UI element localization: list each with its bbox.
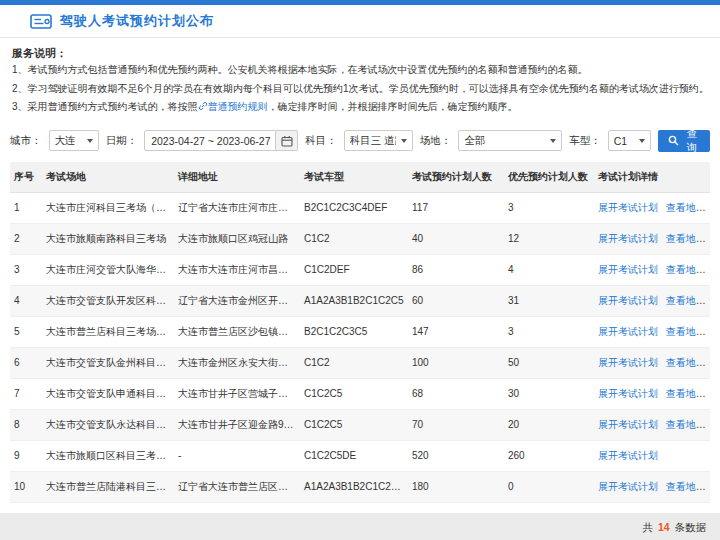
car-type-cell: C1C2C5DE bbox=[300, 440, 408, 471]
expand-exam-plan-link[interactable]: 展开考试计划 bbox=[598, 450, 658, 461]
venue-cell: 大连市普兰店科目三考场（三... bbox=[42, 316, 174, 347]
view-map-link[interactable]: 查看地图 bbox=[666, 419, 706, 430]
address-cell: 辽宁省大连市庄河市庄打路38号 bbox=[174, 192, 300, 223]
col-header-priority-count: 优先预约计划人数 bbox=[504, 162, 594, 193]
view-map-link[interactable]: 查看地图 bbox=[666, 326, 706, 337]
venue-cell: 大连市交管支队申通科目三考... bbox=[42, 378, 174, 409]
exam-plan-icon bbox=[30, 13, 52, 30]
city-label: 城市： bbox=[10, 134, 42, 148]
plan-count-cell: 68 bbox=[408, 378, 504, 409]
plan-count-cell: 40 bbox=[408, 223, 504, 254]
row-index: 4 bbox=[10, 285, 42, 316]
plan-count-cell: 86 bbox=[408, 254, 504, 285]
plan-count-cell: 180 bbox=[408, 471, 504, 502]
car-type-select[interactable]: C1 bbox=[608, 130, 651, 151]
venue-cell: 大连市交管支队永达科目三考... bbox=[42, 409, 174, 440]
priority-count-cell: 260 bbox=[504, 440, 594, 471]
table-row: 1 大连市庄河科目三考场（多伦） 辽宁省大连市庄河市庄打路38号 B2C1C2C… bbox=[10, 192, 710, 223]
page-title: 驾驶人考试预约计划公布 bbox=[60, 12, 214, 30]
priority-count-cell: 20 bbox=[504, 409, 594, 440]
car-type-cell: A1A2A3B1B2C1C2C... bbox=[300, 471, 408, 502]
expand-exam-plan-link[interactable]: 展开考试计划 bbox=[598, 481, 658, 492]
expand-exam-plan-link[interactable]: 展开考试计划 bbox=[598, 326, 658, 337]
total-count: 14 bbox=[656, 521, 672, 533]
plan-detail-cell: 展开考试计划 查看地图 bbox=[594, 471, 710, 502]
address-cell: - bbox=[174, 440, 300, 471]
expand-exam-plan-link[interactable]: 展开考试计划 bbox=[598, 233, 658, 244]
notice-title: 服务说明： bbox=[12, 46, 708, 61]
plan-count-cell: 117 bbox=[408, 192, 504, 223]
plan-detail-cell: 展开考试计划 查看地图 bbox=[594, 378, 710, 409]
plan-detail-cell: 展开考试计划 查看地图 bbox=[594, 254, 710, 285]
date-range-group: 2023-04-27 ~ 2023-06-27 bbox=[144, 130, 298, 151]
venue-cell: 大连市交管支队金州科目三考... bbox=[42, 347, 174, 378]
view-map-link[interactable]: 查看地图 bbox=[666, 357, 706, 368]
address-cell: 大连市大连市庄河市昌盛街道... bbox=[174, 254, 300, 285]
date-range-input[interactable]: 2023-04-27 ~ 2023-06-27 bbox=[144, 130, 276, 151]
search-icon bbox=[668, 135, 679, 146]
total-count-bar: 共 14 条数据 bbox=[0, 513, 720, 540]
table-header-row: 序号 考试场地 详细地址 考试车型 考试预约计划人数 优先预约计划人数 考试计划… bbox=[10, 162, 710, 193]
col-header-car-type: 考试车型 bbox=[300, 162, 408, 193]
col-header-venue: 考试场地 bbox=[42, 162, 174, 193]
rule-link-icon bbox=[198, 99, 208, 118]
table-row: 8 大连市交管支队永达科目三考... 大连市甘井子区迎金路99号 C1C2C5 … bbox=[10, 409, 710, 440]
view-map-link[interactable]: 查看地图 bbox=[666, 388, 706, 399]
search-button[interactable]: 查询 bbox=[658, 130, 710, 152]
expand-exam-plan-link[interactable]: 展开考试计划 bbox=[598, 202, 658, 213]
table-body: 1 大连市庄河科目三考场（多伦） 辽宁省大连市庄河市庄打路38号 B2C1C2C… bbox=[10, 192, 710, 502]
expand-exam-plan-link[interactable]: 展开考试计划 bbox=[598, 419, 658, 430]
priority-count-cell: 3 bbox=[504, 192, 594, 223]
venue-label: 场地： bbox=[420, 134, 452, 148]
view-map-link[interactable]: 查看地图 bbox=[666, 202, 706, 213]
view-map-link[interactable]: 查看地图 bbox=[666, 481, 706, 492]
table-row: 10 大连市普兰店陆港科目三考场... 辽宁省大连市普兰店区皮口街... A1A… bbox=[10, 471, 710, 502]
city-select[interactable]: 大连 bbox=[49, 130, 99, 151]
table-row: 5 大连市普兰店科目三考场（三... 大连市普兰店区沙包镇金海滩... B2C1… bbox=[10, 316, 710, 347]
row-index: 9 bbox=[10, 440, 42, 471]
plan-detail-cell: 展开考试计划 查看地图 bbox=[594, 223, 710, 254]
priority-count-cell: 3 bbox=[504, 316, 594, 347]
plan-count-cell: 147 bbox=[408, 316, 504, 347]
plan-count-cell: 100 bbox=[408, 347, 504, 378]
table-row: 3 大连市庄河交管大队海华科目... 大连市大连市庄河市昌盛街道... C1C2… bbox=[10, 254, 710, 285]
subject-select[interactable]: 科目三 道路 bbox=[344, 130, 413, 151]
calendar-button[interactable] bbox=[276, 130, 298, 151]
expand-exam-plan-link[interactable]: 展开考试计划 bbox=[598, 295, 658, 306]
plan-detail-cell: 展开考试计划 查看地图 bbox=[594, 192, 710, 223]
chevron-down-icon bbox=[401, 139, 407, 143]
table-row: 4 大连市交管支队开发区科目三... 辽宁省大连市金州区开发区双D... A1A… bbox=[10, 285, 710, 316]
address-cell: 辽宁省大连市金州区开发区双D... bbox=[174, 285, 300, 316]
filter-bar: 城市： 大连 日期： 2023-04-27 ~ 2023-06-27 科目： 科… bbox=[0, 122, 720, 160]
car-type-label: 车型： bbox=[569, 134, 601, 148]
expand-exam-plan-link[interactable]: 展开考试计划 bbox=[598, 388, 658, 399]
venue-cell: 大连市交管支队开发区科目三... bbox=[42, 285, 174, 316]
view-map-link[interactable]: 查看地图 bbox=[666, 233, 706, 244]
venue-select[interactable]: 全部 bbox=[458, 130, 562, 151]
row-index: 5 bbox=[10, 316, 42, 347]
plan-detail-cell: 展开考试计划 查看地图 bbox=[594, 316, 710, 347]
notice-line-1: 1、考试预约方式包括普通预约和优先预约两种。公安机关将根据本地实际，在考试场次中… bbox=[12, 61, 708, 80]
service-notice: 服务说明： 1、考试预约方式包括普通预约和优先预约两种。公安机关将根据本地实际，… bbox=[0, 38, 720, 122]
plan-detail-cell: 展开考试计划 bbox=[594, 440, 710, 471]
venue-cell: 大连市庄河交管大队海华科目... bbox=[42, 254, 174, 285]
plan-count-cell: 520 bbox=[408, 440, 504, 471]
plan-detail-cell: 展开考试计划 查看地图 bbox=[594, 347, 710, 378]
car-type-cell: B2C1C2C3C5 bbox=[300, 316, 408, 347]
venue-cell: 大连市旅顺口区科目三考场（... bbox=[42, 440, 174, 471]
app-header: 驾驶人考试预约计划公布 bbox=[0, 5, 720, 38]
car-type-cell: C1C2C5 bbox=[300, 409, 408, 440]
expand-exam-plan-link[interactable]: 展开考试计划 bbox=[598, 264, 658, 275]
view-map-link[interactable]: 查看地图 bbox=[666, 264, 706, 275]
expand-exam-plan-link[interactable]: 展开考试计划 bbox=[598, 357, 658, 368]
plan-detail-cell: 展开考试计划 查看地图 bbox=[594, 285, 710, 316]
venue-cell: 大连市旅顺南路科目三考场 bbox=[42, 223, 174, 254]
priority-count-cell: 4 bbox=[504, 254, 594, 285]
car-type-cell: C1C2 bbox=[300, 347, 408, 378]
address-cell: 大连市旅顺口区鸡冠山路 bbox=[174, 223, 300, 254]
car-type-cell: B2C1C2C3C4DEF bbox=[300, 192, 408, 223]
col-header-no: 序号 bbox=[10, 162, 42, 193]
normal-reservation-rule-link[interactable]: 普通预约规则 bbox=[208, 101, 268, 112]
priority-count-cell: 12 bbox=[504, 223, 594, 254]
view-map-link[interactable]: 查看地图 bbox=[666, 295, 706, 306]
